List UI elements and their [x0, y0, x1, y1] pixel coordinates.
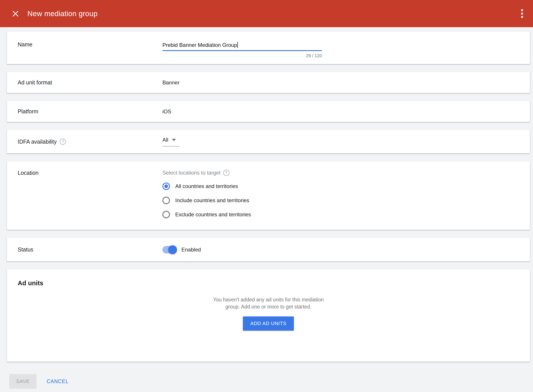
new-mediation-group-page: New mediation group Name Prebid Banner M… — [0, 0, 533, 389]
status-toggle[interactable] — [162, 246, 176, 253]
radio-button-icon — [162, 182, 170, 190]
save-button[interactable]: SAVE — [9, 374, 37, 389]
ad-unit-format-value: Banner — [162, 79, 179, 86]
form-content: Name Prebid Banner Mediation Group 29 / … — [0, 27, 533, 389]
location-field: Select locations to target ? All countri… — [162, 170, 251, 218]
location-help-icon[interactable]: ? — [223, 170, 229, 176]
radio-option-all-countries[interactable]: All countries and territories — [162, 182, 251, 190]
radio-button-icon — [162, 197, 170, 204]
close-icon — [11, 10, 19, 18]
more-options-button[interactable] — [521, 9, 523, 19]
idfa-select[interactable]: All — [162, 137, 180, 146]
idfa-availability-row: IDFA availability ? All — [7, 130, 530, 153]
close-button[interactable] — [11, 10, 19, 18]
name-label: Name — [18, 41, 162, 58]
name-input[interactable]: Prebid Banner Mediation Group — [162, 41, 322, 49]
name-input-underline — [162, 50, 322, 51]
status-value: Enabled — [181, 247, 201, 253]
idfa-availability-label: IDFA availability — [18, 139, 56, 145]
location-section: Location Select locations to target ? Al… — [7, 161, 530, 230]
idfa-selected-value: All — [162, 137, 168, 143]
name-char-counter: 29 / 120 — [162, 53, 322, 58]
name-card: Name Prebid Banner Mediation Group 29 / … — [7, 32, 530, 64]
status-row: Status Enabled — [7, 238, 530, 261]
radio-option-include-countries[interactable]: Include countries and territories — [162, 197, 251, 204]
ad-units-heading: Ad units — [18, 280, 519, 287]
name-input-value: Prebid Banner Mediation Group — [162, 42, 237, 48]
text-cursor — [237, 42, 238, 48]
footer-actions: SAVE CANCEL — [9, 374, 533, 389]
radio-option-exclude-countries[interactable]: Exclude countries and territories — [162, 211, 251, 218]
ad-unit-format-label: Ad unit format — [18, 79, 162, 86]
platform-label: Platform — [18, 108, 162, 115]
page-title: New mediation group — [27, 9, 98, 18]
ad-unit-format-row: Ad unit format Banner — [7, 72, 530, 93]
kebab-menu-icon — [521, 9, 523, 19]
cancel-button[interactable]: CANCEL — [45, 378, 70, 385]
radio-button-icon — [162, 211, 170, 218]
platform-row: Platform iOS — [7, 101, 530, 122]
location-label: Location — [18, 170, 162, 218]
platform-value: iOS — [162, 108, 171, 115]
idfa-select-underline — [162, 146, 180, 146]
app-header: New mediation group — [0, 0, 533, 27]
toggle-knob-icon — [168, 245, 177, 254]
status-label: Status — [18, 246, 162, 253]
dropdown-arrow-icon — [172, 139, 176, 141]
name-field: Prebid Banner Mediation Group 29 / 120 — [162, 41, 322, 58]
add-ad-units-button[interactable]: ADD AD UNITS — [243, 317, 294, 331]
ad-units-empty-message: You haven't added any ad units for this … — [18, 296, 519, 310]
location-group-label: Select locations to target — [162, 170, 220, 176]
idfa-help-icon[interactable]: ? — [60, 139, 66, 145]
ad-units-section: Ad units You haven't added any ad units … — [7, 269, 530, 362]
